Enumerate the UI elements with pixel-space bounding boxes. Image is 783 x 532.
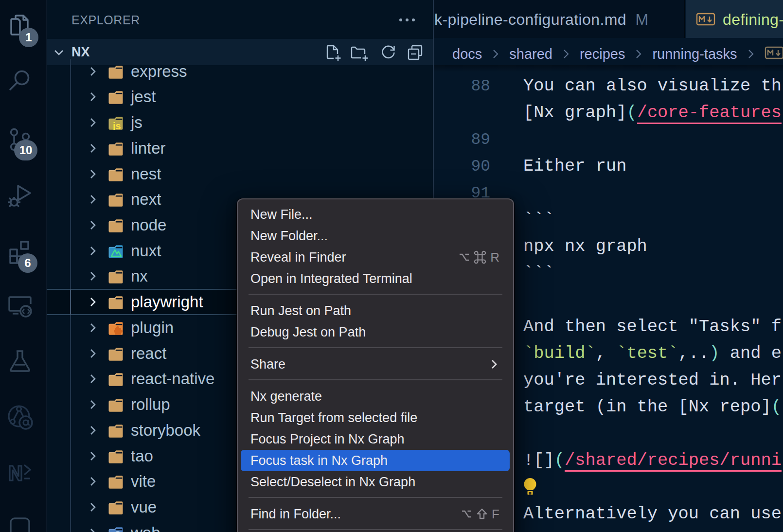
- svg-text:js: js: [112, 121, 121, 130]
